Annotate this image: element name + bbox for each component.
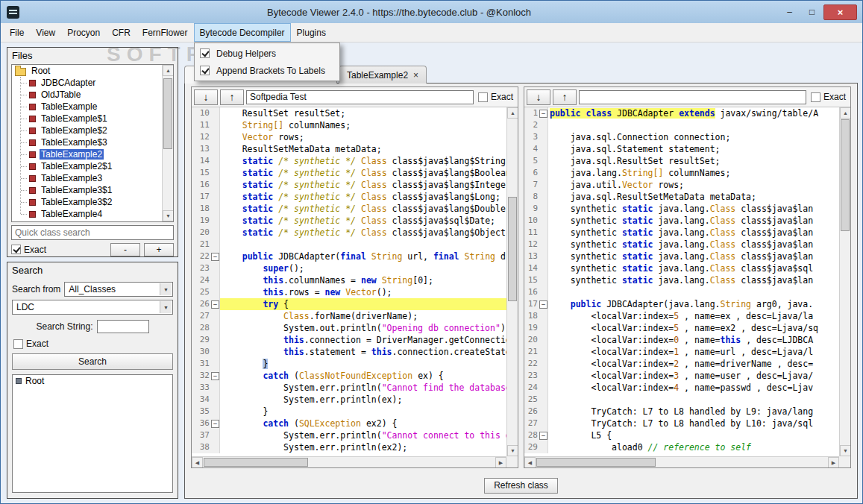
scrollbar-thumb[interactable] xyxy=(204,458,308,467)
scroll-left-icon[interactable]: ◀ xyxy=(192,457,203,467)
tree-item-tableexample4[interactable]: TableExample4 xyxy=(12,208,162,220)
files-tree-scrollbar[interactable]: ▲ ▼ xyxy=(162,65,173,221)
line-number: 32 xyxy=(200,370,210,382)
next-result-button[interactable]: ↓ xyxy=(527,89,550,105)
fold-icon[interactable] xyxy=(539,107,547,119)
fold-icon[interactable] xyxy=(210,251,219,262)
scroll-down-icon[interactable]: ▼ xyxy=(840,445,850,456)
code-line: 32 catch (ClassNotFoundException ex) { xyxy=(192,370,506,382)
refresh-class-button[interactable]: Refresh class xyxy=(484,478,558,494)
font-increase-button[interactable]: + xyxy=(144,243,174,256)
class-icon xyxy=(29,199,36,206)
line-number: 8 xyxy=(533,191,539,203)
search-panel-title: Search xyxy=(7,262,178,277)
tree-item-tableexample-2[interactable]: TableExample$2 xyxy=(12,125,162,136)
line-number: 29 xyxy=(200,334,210,346)
down-arrow-icon: ↓ xyxy=(204,91,209,103)
code-line: 16 static /* synthetic */ Class class$ja… xyxy=(192,179,506,191)
close-icon[interactable]: × xyxy=(413,70,418,81)
scroll-up-icon[interactable]: ▲ xyxy=(507,107,518,119)
right-exact-checkbox[interactable] xyxy=(811,92,820,102)
tab-tableexample2[interactable]: TableExample2× xyxy=(339,66,427,84)
tree-item-tableexample3[interactable]: TableExample3 xyxy=(12,172,162,184)
files-tree-container[interactable]: RootJDBCAdapterOldJTableTableExampleTabl… xyxy=(11,64,174,222)
right-code-editor[interactable]: 1public class JDBCAdapter extends javax/… xyxy=(524,107,850,467)
scroll-up-icon[interactable]: ▲ xyxy=(840,107,850,119)
tree-root[interactable]: Root xyxy=(12,65,162,77)
menu-option-debug-helpers[interactable]: Debug Helpers xyxy=(195,45,339,62)
fold-icon[interactable] xyxy=(210,370,219,382)
tree-item-oldjtable[interactable]: OldJTable xyxy=(12,89,162,101)
fold-icon[interactable] xyxy=(539,429,547,441)
fold-icon[interactable] xyxy=(210,418,219,429)
right-code: 1public class JDBCAdapter extends javax/… xyxy=(524,107,839,456)
maximize-button[interactable]: □ xyxy=(801,4,823,20)
tree-item-tableexample2-1[interactable]: TableExample2$1 xyxy=(12,160,162,172)
left-vertical-scrollbar[interactable]: ▲ ▼ xyxy=(506,107,518,456)
right-vertical-scrollbar[interactable]: ▲ ▼ xyxy=(839,107,850,456)
search-string-input[interactable] xyxy=(97,320,149,333)
code-line: 2 xyxy=(524,119,839,131)
menu-item-plugins[interactable]: Plugins xyxy=(291,23,332,42)
scroll-right-icon[interactable]: ▶ xyxy=(495,457,506,467)
scroll-down-icon[interactable]: ▼ xyxy=(163,210,174,221)
search-result-root[interactable]: Root xyxy=(13,375,172,387)
minimize-button[interactable]: – xyxy=(779,4,800,20)
class-icon xyxy=(29,104,36,110)
font-decrease-button[interactable]: - xyxy=(110,243,140,256)
tree-item-label: TableExample$3 xyxy=(40,137,109,148)
line-number: 18 xyxy=(528,310,539,322)
scrollbar-thumb[interactable] xyxy=(536,458,656,467)
exact-checkbox[interactable] xyxy=(11,245,21,254)
left-horizontal-scrollbar[interactable]: ◀ ▶ xyxy=(192,456,506,467)
tree-item-tableexample-3[interactable]: TableExample$3 xyxy=(12,136,162,148)
class-icon xyxy=(29,92,36,98)
scroll-down-icon[interactable]: ▼ xyxy=(507,445,518,456)
menu-item-bytecode-decompiler[interactable]: Bytecode Decompiler xyxy=(194,23,291,42)
line-number: 5 xyxy=(533,155,539,167)
tree-item-tableexample-1[interactable]: TableExample$1 xyxy=(12,113,162,125)
tree-item-jdbcadapter[interactable]: JDBCAdapter xyxy=(12,77,162,89)
right-editor-search-input[interactable] xyxy=(579,90,806,104)
tree-item-tableexample3-1[interactable]: TableExample3$1 xyxy=(12,184,162,196)
search-from-select[interactable]: All_Classes ▼ xyxy=(64,282,173,297)
menu-item-procyon[interactable]: Procyon xyxy=(61,23,106,42)
search-exact-checkbox[interactable] xyxy=(13,339,23,349)
menu-option-append-brackets-to-labels[interactable]: Append Brackets To Labels xyxy=(195,62,339,79)
scrollbar-thumb[interactable] xyxy=(508,197,517,301)
tree-item-tableexample2[interactable]: TableExample2 xyxy=(12,148,162,160)
fold-space xyxy=(539,358,547,370)
menu-item-cfr[interactable]: CFR xyxy=(106,23,136,42)
menu-item-file[interactable]: File xyxy=(4,23,30,42)
fold-icon[interactable] xyxy=(539,298,547,310)
tree-item-tableexample3-2[interactable]: TableExample3$2 xyxy=(12,196,162,208)
search-results[interactable]: Root xyxy=(12,374,173,493)
quick-class-search-input[interactable] xyxy=(11,225,174,240)
search-button[interactable]: Search xyxy=(12,353,173,370)
chevron-down-icon[interactable]: ▼ xyxy=(160,283,172,295)
line-number: 20 xyxy=(528,334,539,346)
menu-item-view[interactable]: View xyxy=(30,23,61,42)
tree-item-tableexample[interactable]: TableExample xyxy=(12,101,162,113)
previous-result-button[interactable]: ↑ xyxy=(220,89,244,105)
left-editor-search-input[interactable] xyxy=(246,90,474,104)
left-code-editor[interactable]: 10 ResultSet resultSet;11 String[] colum… xyxy=(192,107,518,467)
left-exact-checkbox[interactable] xyxy=(478,92,488,102)
scroll-up-icon[interactable]: ▲ xyxy=(163,65,174,76)
next-result-button[interactable]: ↓ xyxy=(194,89,218,105)
scrollbar-thumb[interactable] xyxy=(163,78,172,149)
scroll-right-icon[interactable]: ▶ xyxy=(828,457,839,467)
right-horizontal-scrollbar[interactable]: ◀ ▶ xyxy=(524,456,839,467)
fold-space xyxy=(539,286,547,298)
previous-result-button[interactable]: ↑ xyxy=(553,89,577,105)
scroll-left-icon[interactable]: ◀ xyxy=(524,457,536,467)
fold-icon[interactable] xyxy=(210,298,219,310)
chevron-down-icon[interactable]: ▼ xyxy=(160,301,172,313)
close-button[interactable]: × xyxy=(823,4,857,20)
code-line: 29 aload0 // reference to self xyxy=(524,441,839,453)
search-type-select[interactable]: LDC ▼ xyxy=(12,300,173,315)
scrollbar-thumb[interactable] xyxy=(841,119,850,231)
menu-item-fernflower[interactable]: FernFlower xyxy=(136,23,194,42)
fold-space xyxy=(539,262,547,274)
code-line: 22 public JDBCAdapter(final String url, … xyxy=(192,251,506,262)
